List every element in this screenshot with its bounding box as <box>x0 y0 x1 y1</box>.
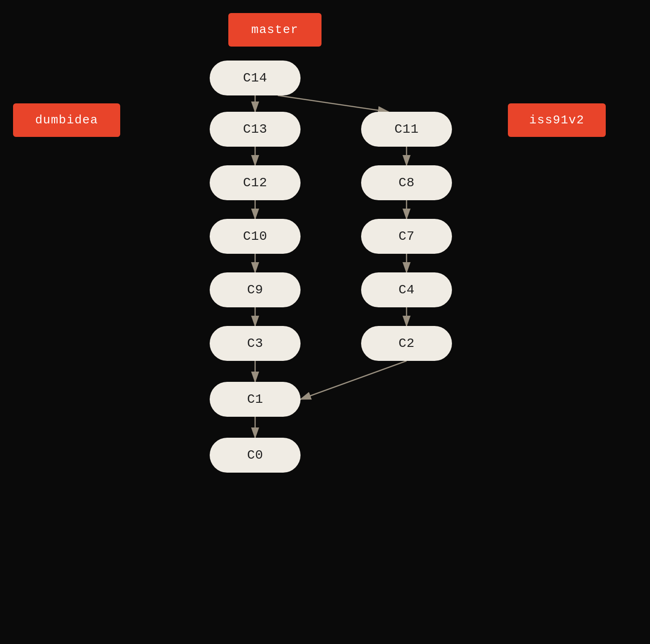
commit-C7: C7 <box>361 219 452 254</box>
commit-C14: C14 <box>210 61 301 95</box>
diagram-container: masterdumbideaiss91v2C14C13C12C10C9C3C1C… <box>0 0 650 644</box>
arrows-svg <box>0 0 650 644</box>
commit-C9: C9 <box>210 272 301 307</box>
commit-C1: C1 <box>210 382 301 417</box>
branch-master: master <box>228 13 322 47</box>
commit-C2: C2 <box>361 326 452 361</box>
branch-dumbidea: dumbidea <box>13 103 120 137</box>
commit-C8: C8 <box>361 165 452 200</box>
commit-C11: C11 <box>361 112 452 147</box>
commit-C13: C13 <box>210 112 301 147</box>
commit-C12: C12 <box>210 165 301 200</box>
svg-line-2 <box>278 95 388 112</box>
commit-C10: C10 <box>210 219 301 254</box>
svg-line-13 <box>301 361 407 400</box>
commit-C0: C0 <box>210 438 301 473</box>
branch-iss91v2: iss91v2 <box>508 103 606 137</box>
commit-C3: C3 <box>210 326 301 361</box>
commit-C4: C4 <box>361 272 452 307</box>
